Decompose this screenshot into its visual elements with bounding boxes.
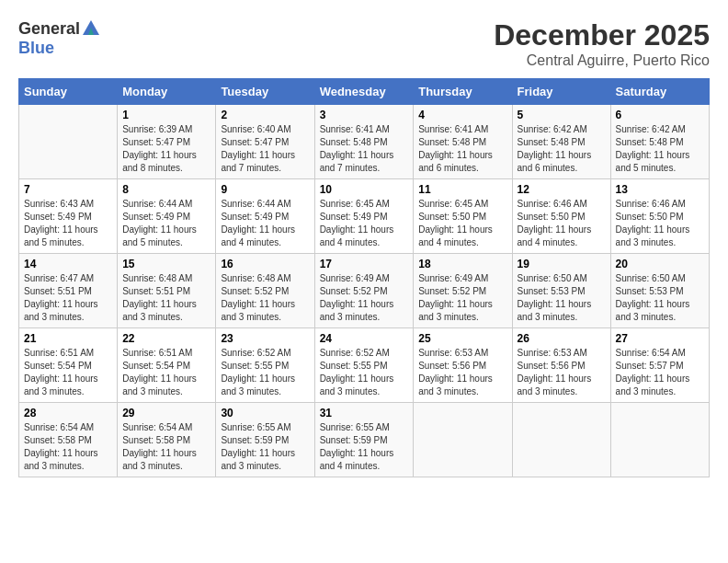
calendar-cell: 22Sunrise: 6:51 AMSunset: 5:54 PMDayligh…: [118, 328, 216, 403]
day-info: Sunrise: 6:55 AMSunset: 5:59 PMDaylight:…: [320, 421, 409, 473]
day-number: 6: [616, 109, 704, 121]
day-info: Sunrise: 6:51 AMSunset: 5:54 PMDaylight:…: [122, 347, 210, 398]
header-row: SundayMondayTuesdayWednesdayThursdayFrid…: [19, 79, 710, 105]
day-number: 23: [221, 332, 309, 345]
day-info: Sunrise: 6:53 AMSunset: 5:56 PMDaylight:…: [518, 347, 606, 398]
day-info: Sunrise: 6:44 AMSunset: 5:49 PMDaylight:…: [122, 198, 210, 249]
day-number: 4: [418, 109, 506, 121]
weekday-header: Friday: [512, 79, 610, 105]
month-title: December 2025: [494, 18, 710, 52]
day-number: 17: [320, 258, 409, 270]
logo: General Blue: [18, 18, 101, 58]
weekday-header: Saturday: [610, 79, 709, 105]
weekday-header: Tuesday: [216, 79, 314, 105]
day-info: Sunrise: 6:54 AMSunset: 5:57 PMDaylight:…: [616, 347, 704, 398]
calendar-cell: 25Sunrise: 6:53 AMSunset: 5:56 PMDayligh…: [414, 328, 512, 403]
day-info: Sunrise: 6:39 AMSunset: 5:47 PMDaylight:…: [122, 123, 210, 175]
calendar-cell: [414, 403, 512, 477]
day-number: 2: [221, 109, 309, 121]
day-info: Sunrise: 6:46 AMSunset: 5:50 PMDaylight:…: [616, 198, 704, 249]
calendar-cell: 14Sunrise: 6:47 AMSunset: 5:51 PMDayligh…: [19, 254, 118, 328]
weekday-header: Wednesday: [314, 79, 414, 105]
day-info: Sunrise: 6:45 AMSunset: 5:50 PMDaylight:…: [418, 198, 506, 249]
day-number: 12: [518, 183, 606, 196]
day-number: 10: [320, 183, 409, 196]
logo-text-general: General: [18, 19, 80, 39]
day-info: Sunrise: 6:42 AMSunset: 5:48 PMDaylight:…: [616, 123, 704, 175]
day-info: Sunrise: 6:55 AMSunset: 5:59 PMDaylight:…: [221, 421, 309, 473]
calendar-cell: [512, 403, 610, 477]
calendar-cell: [610, 403, 709, 477]
calendar-cell: 1Sunrise: 6:39 AMSunset: 5:47 PMDaylight…: [118, 105, 216, 179]
calendar-cell: 31Sunrise: 6:55 AMSunset: 5:59 PMDayligh…: [314, 403, 414, 477]
calendar-cell: 18Sunrise: 6:49 AMSunset: 5:52 PMDayligh…: [414, 254, 512, 328]
day-number: 27: [616, 332, 704, 345]
day-number: 15: [122, 258, 210, 270]
day-number: 5: [518, 109, 606, 121]
calendar-week-row: 28Sunrise: 6:54 AMSunset: 5:58 PMDayligh…: [19, 403, 710, 477]
logo-block: General Blue: [18, 18, 101, 58]
calendar-cell: 28Sunrise: 6:54 AMSunset: 5:58 PMDayligh…: [19, 403, 118, 477]
day-info: Sunrise: 6:44 AMSunset: 5:49 PMDaylight:…: [221, 198, 309, 249]
calendar-cell: 19Sunrise: 6:50 AMSunset: 5:53 PMDayligh…: [512, 254, 610, 328]
title-block: December 2025 Central Aguirre, Puerto Ri…: [494, 18, 710, 69]
day-number: 30: [221, 407, 309, 419]
weekday-header: Thursday: [414, 79, 512, 105]
day-number: 1: [122, 109, 210, 121]
calendar-cell: 17Sunrise: 6:49 AMSunset: 5:52 PMDayligh…: [314, 254, 414, 328]
calendar-cell: 2Sunrise: 6:40 AMSunset: 5:47 PMDaylight…: [216, 105, 314, 179]
day-info: Sunrise: 6:51 AMSunset: 5:54 PMDaylight:…: [24, 347, 112, 398]
day-number: 16: [221, 258, 309, 270]
calendar-cell: 9Sunrise: 6:44 AMSunset: 5:49 PMDaylight…: [216, 179, 314, 254]
day-info: Sunrise: 6:42 AMSunset: 5:48 PMDaylight:…: [518, 123, 606, 175]
day-number: 8: [122, 183, 210, 196]
day-number: 13: [616, 183, 704, 196]
day-number: 26: [518, 332, 606, 345]
calendar-cell: 15Sunrise: 6:48 AMSunset: 5:51 PMDayligh…: [118, 254, 216, 328]
day-number: 28: [24, 407, 112, 419]
calendar-cell: 20Sunrise: 6:50 AMSunset: 5:53 PMDayligh…: [610, 254, 709, 328]
calendar-cell: 11Sunrise: 6:45 AMSunset: 5:50 PMDayligh…: [414, 179, 512, 254]
logo-icon: [81, 18, 101, 39]
weekday-header: Sunday: [19, 79, 118, 105]
day-info: Sunrise: 6:54 AMSunset: 5:58 PMDaylight:…: [24, 421, 112, 473]
day-info: Sunrise: 6:40 AMSunset: 5:47 PMDaylight:…: [221, 123, 309, 175]
calendar-cell: 16Sunrise: 6:48 AMSunset: 5:52 PMDayligh…: [216, 254, 314, 328]
day-info: Sunrise: 6:41 AMSunset: 5:48 PMDaylight:…: [320, 123, 409, 175]
calendar-cell: 23Sunrise: 6:52 AMSunset: 5:55 PMDayligh…: [216, 328, 314, 403]
day-info: Sunrise: 6:48 AMSunset: 5:51 PMDaylight:…: [122, 272, 210, 324]
calendar-cell: 27Sunrise: 6:54 AMSunset: 5:57 PMDayligh…: [610, 328, 709, 403]
calendar-week-row: 7Sunrise: 6:43 AMSunset: 5:49 PMDaylight…: [19, 179, 710, 254]
day-info: Sunrise: 6:52 AMSunset: 5:55 PMDaylight:…: [320, 347, 409, 398]
calendar-cell: 5Sunrise: 6:42 AMSunset: 5:48 PMDaylight…: [512, 105, 610, 179]
logo-text-blue: Blue: [18, 39, 54, 57]
calendar-cell: 6Sunrise: 6:42 AMSunset: 5:48 PMDaylight…: [610, 105, 709, 179]
calendar-cell: 4Sunrise: 6:41 AMSunset: 5:48 PMDaylight…: [414, 105, 512, 179]
calendar-cell: 12Sunrise: 6:46 AMSunset: 5:50 PMDayligh…: [512, 179, 610, 254]
day-info: Sunrise: 6:50 AMSunset: 5:53 PMDaylight:…: [518, 272, 606, 324]
day-info: Sunrise: 6:46 AMSunset: 5:50 PMDaylight:…: [518, 198, 606, 249]
calendar-table: SundayMondayTuesdayWednesdayThursdayFrid…: [18, 78, 710, 477]
day-number: 7: [24, 183, 112, 196]
calendar-cell: 30Sunrise: 6:55 AMSunset: 5:59 PMDayligh…: [216, 403, 314, 477]
day-info: Sunrise: 6:45 AMSunset: 5:49 PMDaylight:…: [320, 198, 409, 249]
calendar-cell: 13Sunrise: 6:46 AMSunset: 5:50 PMDayligh…: [610, 179, 709, 254]
calendar-cell: 26Sunrise: 6:53 AMSunset: 5:56 PMDayligh…: [512, 328, 610, 403]
day-number: 18: [418, 258, 506, 270]
calendar-cell: 7Sunrise: 6:43 AMSunset: 5:49 PMDaylight…: [19, 179, 118, 254]
calendar-cell: 24Sunrise: 6:52 AMSunset: 5:55 PMDayligh…: [314, 328, 414, 403]
calendar-week-row: 14Sunrise: 6:47 AMSunset: 5:51 PMDayligh…: [19, 254, 710, 328]
day-info: Sunrise: 6:43 AMSunset: 5:49 PMDaylight:…: [24, 198, 112, 249]
calendar-cell: 3Sunrise: 6:41 AMSunset: 5:48 PMDaylight…: [314, 105, 414, 179]
day-number: 9: [221, 183, 309, 196]
day-number: 22: [122, 332, 210, 345]
day-info: Sunrise: 6:41 AMSunset: 5:48 PMDaylight:…: [418, 123, 506, 175]
day-info: Sunrise: 6:49 AMSunset: 5:52 PMDaylight:…: [418, 272, 506, 324]
calendar-cell: [19, 105, 118, 179]
calendar-week-row: 1Sunrise: 6:39 AMSunset: 5:47 PMDaylight…: [19, 105, 710, 179]
day-info: Sunrise: 6:49 AMSunset: 5:52 PMDaylight:…: [320, 272, 409, 324]
day-info: Sunrise: 6:50 AMSunset: 5:53 PMDaylight:…: [616, 272, 704, 324]
day-number: 31: [320, 407, 409, 419]
day-number: 29: [122, 407, 210, 419]
calendar-cell: 29Sunrise: 6:54 AMSunset: 5:58 PMDayligh…: [118, 403, 216, 477]
